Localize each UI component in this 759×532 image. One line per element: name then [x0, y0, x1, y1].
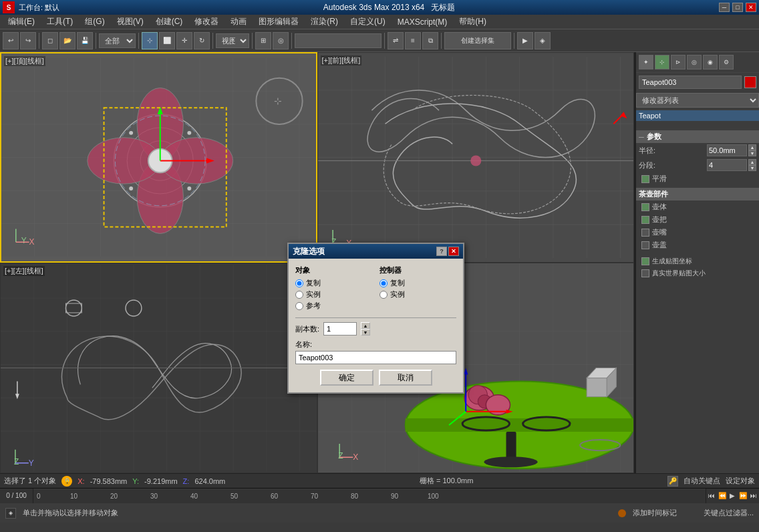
timeline[interactable]: 0 / 100 0 10 20 30 40 50 60 70 80 90 100… [0, 488, 759, 503]
lid-row: 壶盖 [636, 239, 759, 251]
viewport-top[interactable]: [+][顶][线框] [0, 52, 317, 263]
radius-input[interactable] [707, 144, 747, 156]
count-up-button[interactable]: ▲ [361, 322, 370, 329]
radius-down-button[interactable]: ▼ [748, 150, 756, 156]
named-selection-button[interactable]: 创建选择集 [444, 32, 511, 49]
select-type-dropdown[interactable]: 全部 [99, 33, 136, 48]
mirror-button[interactable]: ⇌ [388, 32, 404, 49]
new-button[interactable]: ◻ [42, 32, 58, 49]
menu-customize[interactable]: 自定义(U) [345, 15, 391, 29]
teapot-modifier-section: Teapot [636, 110, 759, 121]
render-button[interactable]: ▶ [517, 32, 533, 49]
smooth-checkbox[interactable] [641, 175, 649, 183]
x-label: X: [78, 477, 84, 485]
x-value: -79.583mm [90, 477, 128, 485]
minimize-button[interactable]: ─ [719, 3, 730, 12]
ctrl-copy-radio[interactable] [380, 279, 388, 287]
close-button[interactable]: ✕ [746, 3, 756, 12]
rotate-button[interactable]: ↻ [194, 32, 210, 49]
count-input[interactable] [323, 322, 357, 336]
segments-up-button[interactable]: ▲ [748, 159, 756, 165]
angle-snap[interactable]: ◎ [273, 32, 289, 49]
handle-checkbox[interactable] [641, 216, 649, 224]
next-key-button[interactable]: ⏩ [739, 492, 747, 499]
window-controls[interactable]: ─ □ ✕ [719, 3, 756, 12]
ctrl-copy-label: 复制 [390, 278, 405, 288]
move-button[interactable]: ✛ [176, 32, 192, 49]
select-region-button[interactable]: ⬜ [159, 32, 175, 49]
count-down-button[interactable]: ▼ [361, 329, 370, 336]
select-button[interactable]: ⊹ [142, 32, 158, 49]
svg-rect-120 [587, 378, 607, 397]
view-dropdown[interactable]: 视图 [216, 33, 249, 48]
prev-frame-button[interactable]: ⏮ [708, 492, 715, 499]
undo-button[interactable]: ↩ [3, 32, 19, 49]
ctrl-instance-radio[interactable] [380, 291, 388, 299]
menu-graph-editor[interactable]: 图形编辑器 [253, 15, 304, 29]
prev-key-button[interactable]: ⏪ [718, 492, 726, 499]
object-name-input[interactable] [639, 76, 742, 89]
instance-radio[interactable] [295, 291, 303, 299]
menu-help[interactable]: 帮助(H) [454, 15, 492, 29]
snap-toggle[interactable]: ⊞ [255, 32, 271, 49]
key-icon[interactable]: 🔑 [667, 476, 678, 487]
menu-view[interactable]: 视图(V) [112, 15, 149, 29]
main-toolbar: ↩ ↪ ◻ 📂 💾 全部 ⊹ ⬜ ✛ ↻ 视图 ⊞ ◎ ⇌ ≡ ⧉ 创建选择集 … [0, 29, 759, 52]
menu-render[interactable]: 渲染(R) [305, 15, 343, 29]
name-label: 名称: [295, 340, 312, 350]
object-group-label: 对象 [295, 265, 373, 275]
menu-maxscript[interactable]: MAXScript(M) [392, 16, 453, 28]
params-section-header[interactable]: ─ 参数 [636, 130, 759, 143]
maximize-button[interactable]: □ [732, 3, 743, 12]
menu-animation[interactable]: 动画 [225, 15, 252, 29]
open-button[interactable]: 📂 [59, 32, 75, 49]
ok-button[interactable]: 确定 [320, 370, 373, 386]
gen-coords-checkbox[interactable] [641, 257, 649, 265]
svg-point-57 [470, 155, 481, 166]
viewport-front[interactable]: [+][前][线框] [317, 52, 635, 263]
timeline-bar[interactable]: 0 10 20 30 40 50 60 70 80 90 100 [33, 489, 706, 503]
motion-tab[interactable]: ◎ [687, 55, 702, 70]
menu-group[interactable]: 组(G) [80, 15, 110, 29]
modify-tab[interactable]: ⊹ [655, 55, 669, 70]
play-button[interactable]: ▶ [730, 492, 735, 499]
svg-point-29 [129, 131, 133, 135]
segments-input[interactable] [707, 159, 747, 171]
menu-tools[interactable]: 工具(T) [41, 15, 78, 29]
lock-icon[interactable]: 🔒 [61, 476, 72, 487]
status-dot[interactable] [618, 509, 626, 517]
spout-checkbox[interactable] [641, 229, 649, 237]
save-button[interactable]: 💾 [77, 32, 93, 49]
create-selection-input[interactable] [295, 33, 382, 48]
redo-button[interactable]: ↪ [20, 32, 36, 49]
material-editor-button[interactable]: ◈ [535, 32, 551, 49]
dialog-close-button[interactable]: ✕ [448, 247, 459, 256]
radius-up-button[interactable]: ▲ [748, 144, 756, 150]
dialog-titlebar: 克隆选项 ? ✕ [289, 244, 463, 259]
body-row: 壶体 [636, 201, 759, 213]
copy-radio[interactable] [295, 279, 303, 287]
cancel-button[interactable]: 取消 [379, 370, 432, 386]
dialog-help-button[interactable]: ? [436, 247, 447, 256]
object-color-swatch[interactable] [744, 76, 756, 88]
menu-edit[interactable]: 编辑(E) [3, 15, 40, 29]
nav-icon[interactable]: ◈ [5, 508, 16, 519]
create-tab[interactable]: ✦ [639, 55, 653, 70]
menu-modifier[interactable]: 修改器 [189, 15, 224, 29]
reference-radio[interactable] [295, 302, 303, 310]
next-frame-button[interactable]: ⏭ [750, 492, 757, 499]
lid-checkbox[interactable] [641, 241, 649, 249]
segments-down-button[interactable]: ▼ [748, 165, 756, 171]
align-button[interactable]: ≡ [405, 32, 421, 49]
body-checkbox[interactable] [641, 203, 649, 211]
layer-button[interactable]: ⧉ [422, 32, 438, 49]
display-tab[interactable]: ◉ [703, 55, 718, 70]
name-input[interactable] [295, 351, 456, 364]
viewport-left[interactable]: [+][左][线框] [0, 263, 317, 473]
utilities-tab[interactable]: ⚙ [719, 55, 734, 70]
hierarchy-tab[interactable]: ⊳ [671, 55, 686, 70]
modifier-list-dropdown[interactable]: 修改器列表 [636, 93, 759, 108]
menu-create[interactable]: 创建(C) [150, 15, 188, 29]
timeline-controls: ⏮ ⏪ ▶ ⏩ ⏭ [706, 489, 759, 503]
real-world-checkbox[interactable] [641, 269, 649, 277]
